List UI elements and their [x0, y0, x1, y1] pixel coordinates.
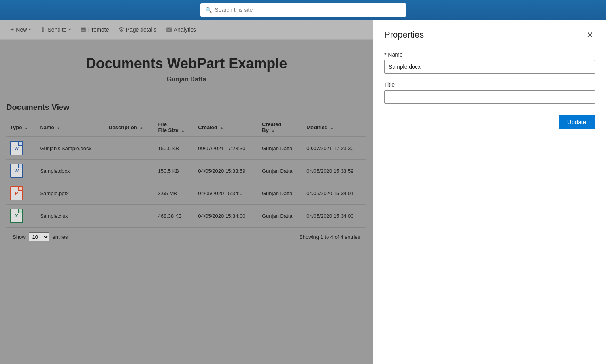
table-row[interactable]: X Sample.xlsx 468.38 KB 04/05/2020 15:34… — [6, 205, 366, 227]
title-field-group: Title — [384, 81, 595, 104]
section-title: Documents View — [6, 103, 366, 112]
cell-name[interactable]: Sample.docx — [36, 160, 105, 182]
col-name[interactable]: Name ▲ — [36, 118, 105, 137]
panel-header: Properties ✕ — [384, 29, 595, 40]
gear-icon: ⚙ — [119, 26, 124, 33]
new-label: New — [16, 26, 27, 33]
name-field-group: * Name — [384, 51, 595, 74]
file-type-icon: W — [10, 164, 23, 178]
title-field-label: Title — [384, 81, 595, 88]
cell-modified: 04/05/2020 15:34:01 — [302, 182, 366, 205]
search-icon: 🔍 — [205, 7, 212, 13]
cell-created-by: Gunjan Datta — [258, 205, 302, 227]
entries-label: entries — [53, 234, 68, 240]
search-input[interactable] — [215, 7, 401, 13]
col-filesize[interactable]: FileFile Size ▲ — [154, 118, 194, 137]
table-row[interactable]: W Gunjan's Sample.docx 150.5 KB 09/07/20… — [6, 137, 366, 160]
table-row[interactable]: P Sample.pptx 3.65 MB 04/05/2020 15:34:0… — [6, 182, 366, 205]
cell-type: W — [6, 137, 36, 160]
promote-label: Promote — [88, 26, 109, 33]
show-label: Show — [13, 234, 26, 240]
title-field-input[interactable] — [384, 90, 595, 104]
modified-sort-icon: ▲ — [330, 126, 334, 130]
page-header: Documents WebPart Example Gunjan Datta — [0, 40, 373, 95]
promote-button[interactable]: ▤ Promote — [76, 23, 113, 36]
name-field-label: * Name — [384, 51, 595, 58]
table-row[interactable]: W Sample.docx 150.5 KB 04/05/2020 15:33:… — [6, 160, 366, 182]
plus-icon: + — [10, 26, 14, 33]
cell-created: 04/05/2020 15:34:01 — [194, 182, 258, 205]
search-box[interactable]: 🔍 — [200, 3, 406, 17]
cell-description — [105, 182, 154, 205]
cell-modified: 09/07/2021 17:23:30 — [302, 137, 366, 160]
cell-created: 04/05/2020 15:33:59 — [194, 160, 258, 182]
page-details-label: Page details — [126, 26, 157, 33]
cell-filesize: 3.65 MB — [154, 182, 194, 205]
created-sort-icon: ▲ — [220, 126, 223, 130]
cell-created-by: Gunjan Datta — [258, 160, 302, 182]
cell-created-by: Gunjan Datta — [258, 137, 302, 160]
table-footer: Show 10 25 50 entries Showing 1 to 4 of … — [6, 227, 366, 246]
cell-created: 09/07/2021 17:23:30 — [194, 137, 258, 160]
top-bar: 🔍 — [0, 0, 606, 20]
cell-filesize: 468.38 KB — [154, 205, 194, 227]
file-type-icon: W — [10, 141, 23, 155]
send-to-label: Send to — [47, 26, 66, 33]
page-subtitle: Gunjan Datta — [8, 76, 365, 83]
col-type[interactable]: Type ▲ — [6, 118, 36, 137]
main-layout: + New ▾ ⇧ Send to ▾ ▤ Promote ⚙ Page det… — [0, 20, 606, 364]
cell-name[interactable]: Gunjan's Sample.docx — [36, 137, 105, 160]
cell-name[interactable]: Sample.xlsx — [36, 205, 105, 227]
cell-name[interactable]: Sample.pptx — [36, 182, 105, 205]
cell-modified: 04/05/2020 15:33:59 — [302, 160, 366, 182]
analytics-button[interactable]: ▩ Analytics — [162, 23, 200, 36]
send-to-button[interactable]: ⇧ Send to ▾ — [36, 23, 74, 36]
col-description[interactable]: Description ▲ — [105, 118, 154, 137]
cell-description — [105, 137, 154, 160]
cell-filesize: 150.5 KB — [154, 160, 194, 182]
desc-sort-icon: ▲ — [140, 126, 143, 130]
filesize-sort-icon: ▲ — [181, 129, 185, 133]
documents-table: Type ▲ Name ▲ Description ▲ FileFile S — [6, 118, 366, 227]
panel-actions: Update — [384, 111, 595, 129]
left-content: + New ▾ ⇧ Send to ▾ ▤ Promote ⚙ Page det… — [0, 20, 373, 364]
page-details-button[interactable]: ⚙ Page details — [115, 23, 160, 36]
analytics-label: Analytics — [174, 26, 196, 33]
cell-type: W — [6, 160, 36, 182]
properties-panel: Properties ✕ * Name Title Update — [373, 20, 606, 364]
new-chevron-icon: ▾ — [29, 27, 31, 32]
cell-created-by: Gunjan Datta — [258, 182, 302, 205]
cell-type: X — [6, 205, 36, 227]
page-title: Documents WebPart Example — [8, 55, 365, 72]
cell-created: 04/05/2020 15:34:00 — [194, 205, 258, 227]
col-modified[interactable]: Modified ▲ — [302, 118, 366, 137]
send-to-icon: ⇧ — [40, 26, 45, 33]
promote-icon: ▤ — [80, 26, 86, 33]
panel-title: Properties — [384, 30, 424, 40]
send-to-chevron-icon: ▾ — [69, 27, 71, 32]
type-sort-icon: ▲ — [25, 126, 28, 130]
toolbar: + New ▾ ⇧ Send to ▾ ▤ Promote ⚙ Page det… — [0, 20, 373, 40]
entries-info: Showing 1 to 4 of 4 entries — [299, 234, 360, 240]
update-button[interactable]: Update — [559, 115, 595, 129]
col-created-by[interactable]: CreatedBy ▲ — [258, 118, 302, 137]
cell-filesize: 150.5 KB — [154, 137, 194, 160]
col-created[interactable]: Created ▲ — [194, 118, 258, 137]
file-type-icon: P — [10, 186, 23, 200]
close-panel-button[interactable]: ✕ — [585, 29, 595, 40]
documents-area: Documents View Type ▲ Name ▲ Descript — [0, 95, 373, 364]
analytics-icon: ▩ — [166, 26, 172, 33]
name-sort-icon: ▲ — [57, 126, 60, 130]
entries-select[interactable]: 10 25 50 — [29, 232, 49, 241]
new-button[interactable]: + New ▾ — [6, 24, 35, 36]
file-type-icon: X — [10, 209, 23, 223]
cell-description — [105, 160, 154, 182]
cell-modified: 04/05/2020 15:34:00 — [302, 205, 366, 227]
name-field-input[interactable] — [384, 60, 595, 74]
created-by-sort-icon: ▲ — [271, 129, 275, 133]
cell-description — [105, 205, 154, 227]
show-entries: Show 10 25 50 entries — [13, 232, 68, 241]
cell-type: P — [6, 182, 36, 205]
